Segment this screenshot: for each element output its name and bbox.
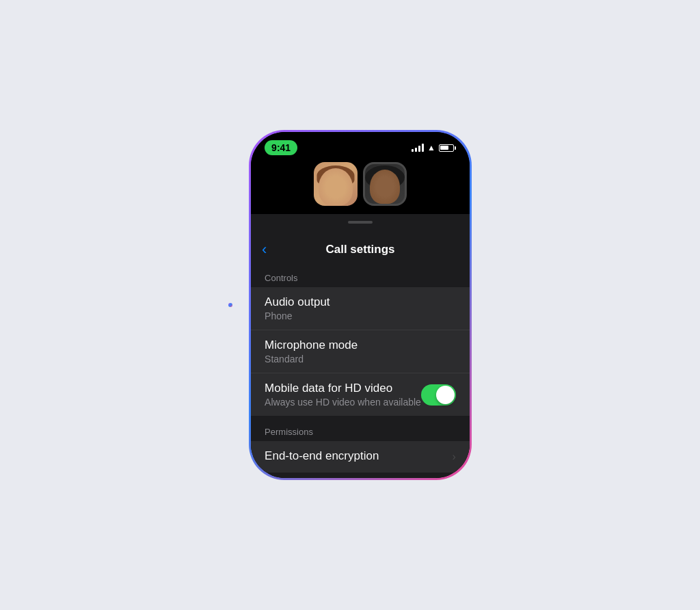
permissions-group: End-to-end encryption ›: [251, 441, 470, 473]
signal-icon-right: [412, 144, 424, 152]
hd-video-subtitle: Always use HD video when available: [265, 397, 421, 408]
hd-video-title: Mobile data for HD video: [265, 382, 421, 395]
avatar-1: [314, 162, 358, 206]
status-icons-right: ▲: [412, 143, 456, 152]
avatar-2: [363, 162, 407, 206]
toggle-knob: [436, 386, 455, 404]
left-phone: 9:41 ▲ ⌄ Cass: [228, 303, 232, 307]
controls-section-label: Controls: [251, 267, 470, 287]
battery-icon-right: [439, 144, 456, 152]
settings-title: Call settings: [265, 243, 456, 256]
settings-panel: ‹ Call settings Controls Audio output Ph…: [251, 214, 470, 478]
hd-video-content: Mobile data for HD video Always use HD v…: [265, 382, 421, 408]
drag-handle-area: [251, 214, 470, 237]
status-time-right: 9:41: [265, 140, 297, 155]
hd-video-toggle[interactable]: [421, 384, 456, 406]
hd-video-row[interactable]: Mobile data for HD video Always use HD v…: [251, 373, 470, 416]
encryption-title: End-to-end encryption: [265, 449, 452, 463]
status-bar-right: 9:41 ▲: [251, 140, 470, 155]
audio-output-subtitle: Phone: [265, 310, 456, 321]
microphone-mode-row[interactable]: Microphone mode Standard: [251, 330, 470, 373]
microphone-mode-subtitle: Standard: [265, 354, 456, 364]
permissions-section-label: Permissions: [251, 421, 470, 441]
preview-avatars: [314, 162, 407, 214]
controls-group: Audio output Phone Microphone mode Stand…: [251, 287, 470, 416]
settings-header: ‹ Call settings: [251, 237, 470, 267]
microphone-mode-content: Microphone mode Standard: [265, 339, 456, 364]
encryption-row[interactable]: End-to-end encryption ›: [251, 441, 470, 473]
right-phone: 9:41 ▲: [249, 130, 472, 480]
encryption-content: End-to-end encryption: [265, 449, 452, 464]
encryption-chevron-area: ›: [453, 451, 456, 463]
wifi-icon-right: ▲: [427, 143, 435, 152]
audio-output-title: Audio output: [265, 295, 456, 309]
back-button[interactable]: ‹: [262, 241, 267, 258]
chevron-right-icon: ›: [453, 451, 456, 463]
hd-video-toggle-area: [421, 384, 456, 406]
audio-output-row[interactable]: Audio output Phone: [251, 287, 470, 330]
preview-bar: 9:41 ▲: [251, 132, 470, 214]
audio-output-content: Audio output Phone: [265, 295, 456, 321]
drag-handle: [348, 221, 373, 224]
microphone-mode-title: Microphone mode: [265, 339, 456, 352]
